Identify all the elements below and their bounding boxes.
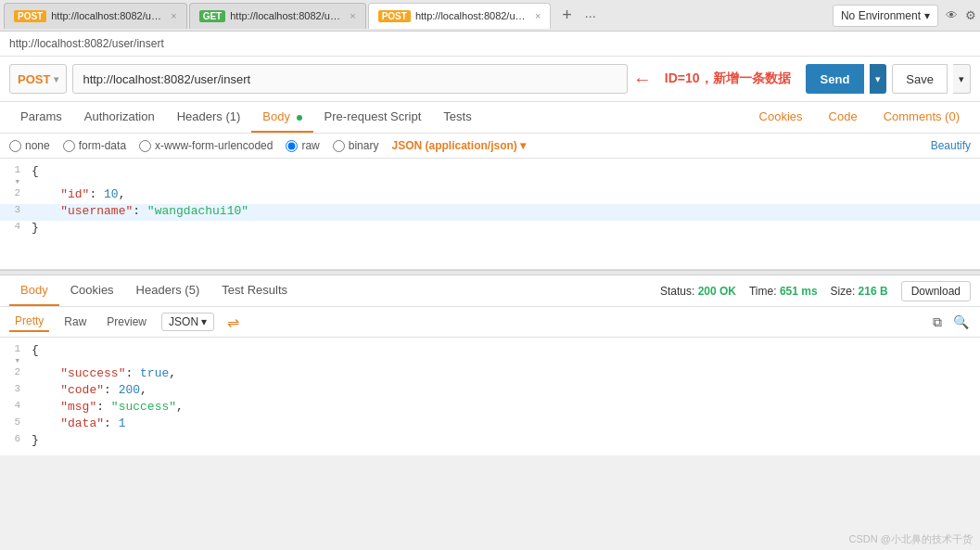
red-arrow-icon: ←: [633, 69, 652, 90]
tab-url-2: http://localhost:8082/user/get/1(: [230, 10, 341, 21]
resp-line-num-3: 3: [0, 383, 28, 394]
send-button[interactable]: Send: [806, 64, 865, 94]
request-tab-post-insert[interactable]: POST http://localhost:8082/user/inse ×: [4, 3, 187, 29]
time-value: 651 ms: [780, 285, 818, 298]
format-icons-right: ⧉ 🔍: [931, 313, 971, 332]
resp-line-content-1: {: [28, 343, 980, 357]
req-line-content-2: "id": 10,: [28, 187, 980, 201]
resp-tab-test-results[interactable]: Test Results: [210, 275, 299, 306]
request-bar: POST ▾ ← ID=10，新增一条数据 Send ▾ Save ▾: [0, 57, 980, 102]
option-form-data[interactable]: form-data: [63, 139, 126, 152]
method-selector[interactable]: POST ▾: [9, 64, 67, 94]
option-binary[interactable]: binary: [333, 139, 379, 152]
method-badge-post: POST: [14, 10, 46, 22]
more-tabs-icon[interactable]: ···: [581, 6, 600, 25]
req-val-username: "wangdachui10": [147, 204, 248, 218]
tab-body[interactable]: Body: [251, 102, 312, 133]
download-button[interactable]: Download: [901, 281, 971, 301]
resp-line-num-5: 5: [0, 416, 28, 428]
url-input[interactable]: [72, 64, 627, 94]
tab-params[interactable]: Params: [9, 102, 73, 133]
current-url-label: http://localhost:8082/user/insert: [9, 37, 164, 50]
radio-raw[interactable]: [286, 140, 298, 152]
resp-tab-headers[interactable]: Headers (5): [125, 275, 211, 306]
resp-line-num-6: 6: [0, 433, 28, 444]
tab-bar: POST http://localhost:8082/user/inse × G…: [0, 0, 980, 32]
time-label: Time: 651 ms: [749, 285, 818, 298]
send-dropdown-button[interactable]: ▾: [870, 64, 886, 94]
annotation-container: ← ID=10，新增一条数据: [633, 69, 800, 90]
tab-comments[interactable]: Comments (0): [872, 102, 971, 133]
req-line-num-3: 3: [0, 204, 28, 215]
tab-url-1: http://localhost:8082/user/inse: [51, 10, 162, 21]
resp-line-content-5: "data": 1: [28, 416, 980, 430]
environment-selector[interactable]: No Environment ▾: [833, 5, 938, 27]
radio-binary[interactable]: [333, 140, 345, 152]
method-badge-get: GET: [199, 10, 226, 22]
label-form-data: form-data: [79, 139, 126, 152]
json-type-label: JSON (application/json): [391, 139, 516, 152]
resp-key-success: "success": [60, 366, 125, 380]
method-label: POST: [18, 72, 50, 86]
resp-line-num-4: 4: [0, 400, 28, 411]
env-bar: No Environment ▾ 👁 ⚙: [833, 5, 976, 27]
response-format-bar: Pretty Raw Preview JSON ▾ ⇌ ⧉ 🔍: [0, 307, 980, 338]
format-tab-preview[interactable]: Preview: [101, 313, 152, 331]
status-label: Status: 200 OK: [660, 285, 736, 298]
settings-icon[interactable]: ⚙: [965, 8, 976, 22]
tab-authorization[interactable]: Authorization: [73, 102, 166, 133]
label-binary: binary: [349, 139, 379, 152]
add-tab-icon[interactable]: +: [558, 4, 576, 27]
beautify-button[interactable]: Beautify: [931, 139, 971, 152]
option-none[interactable]: none: [9, 139, 50, 152]
option-urlencoded[interactable]: x-www-form-urlencoded: [139, 139, 273, 152]
eye-icon[interactable]: 👁: [946, 8, 958, 22]
req-line-content-3: "username": "wangdachui10": [28, 204, 980, 218]
tab-pre-request[interactable]: Pre-request Script: [313, 102, 433, 133]
resp-key-code: "code": [60, 383, 104, 397]
tab-close-2[interactable]: ×: [350, 10, 355, 21]
label-none: none: [25, 139, 50, 152]
resp-line-content-6: }: [28, 433, 980, 447]
radio-urlencoded[interactable]: [139, 140, 151, 152]
resp-line-num-2: 2: [0, 366, 28, 377]
tab-code[interactable]: Code: [818, 102, 869, 133]
json-format-dropdown[interactable]: JSON ▾: [161, 313, 214, 331]
req-line-content-4: }: [28, 221, 980, 235]
copy-icon[interactable]: ⧉: [931, 313, 944, 332]
tab-headers[interactable]: Headers (1): [166, 102, 252, 133]
json-type-selector[interactable]: JSON (application/json) ▾: [391, 139, 525, 152]
tab-url-3: http://localhost:8082/user/upda: [415, 10, 527, 21]
request-tab-post-update[interactable]: POST http://localhost:8082/user/upda ×: [368, 3, 552, 29]
req-key-username: "username": [60, 204, 133, 218]
body-options: none form-data x-www-form-urlencoded raw…: [0, 134, 980, 159]
request-tab-get[interactable]: GET http://localhost:8082/user/get/1( ×: [189, 3, 366, 29]
url-bar-area: http://localhost:8082/user/insert: [0, 32, 980, 57]
option-raw[interactable]: raw: [286, 139, 319, 152]
format-tab-pretty[interactable]: Pretty: [9, 312, 49, 332]
resp-line-content-4: "msg": "success",: [28, 400, 980, 414]
nav-tabs: Params Authorization Headers (1) Body Pr…: [0, 102, 980, 134]
json-dropdown-chevron-icon: ▾: [201, 315, 207, 328]
req-line-1: 1 ▾ {: [0, 164, 980, 187]
tab-cookies[interactable]: Cookies: [748, 102, 814, 133]
tab-close-3[interactable]: ×: [535, 10, 541, 21]
search-icon[interactable]: 🔍: [951, 313, 971, 332]
format-tab-raw[interactable]: Raw: [58, 313, 92, 331]
size-label: Size: 216 B: [831, 285, 888, 298]
resp-tab-body[interactable]: Body: [9, 275, 59, 306]
resp-key-msg: "msg": [60, 400, 96, 414]
resp-line-3: 3 "code": 200,: [0, 383, 980, 400]
save-button[interactable]: Save: [892, 64, 948, 94]
chevron-down-icon: ▾: [924, 9, 930, 22]
radio-form-data[interactable]: [63, 140, 75, 152]
radio-none[interactable]: [9, 140, 21, 152]
resp-line-1: 1 ▾ {: [0, 343, 980, 366]
wrap-icon[interactable]: ⇌: [227, 313, 239, 331]
resp-tab-cookies[interactable]: Cookies: [59, 275, 125, 306]
save-dropdown-button[interactable]: ▾: [953, 64, 971, 94]
tab-close-1[interactable]: ×: [171, 10, 176, 21]
tab-tests[interactable]: Tests: [432, 102, 482, 133]
request-code-editor[interactable]: 1 ▾ { 2 "id": 10, 3 "username": "wangdac…: [0, 159, 980, 270]
req-line-num-4: 4: [0, 221, 28, 232]
